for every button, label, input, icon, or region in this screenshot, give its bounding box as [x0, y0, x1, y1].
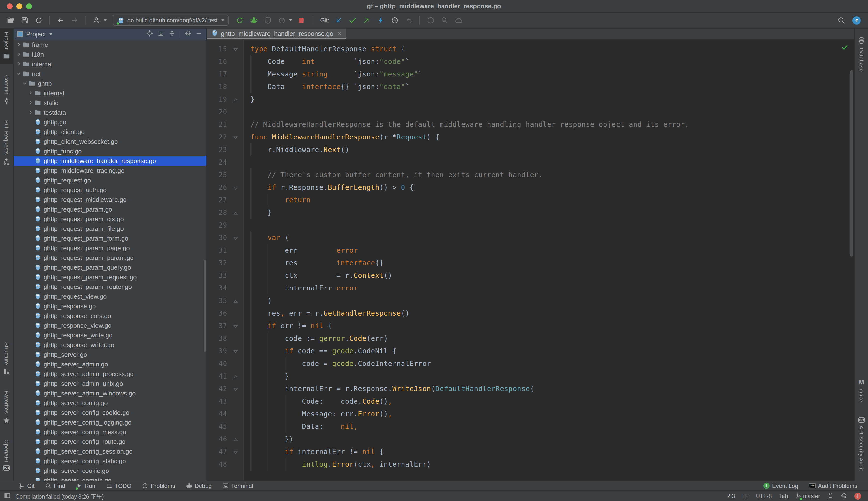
- code-line[interactable]: 29: [207, 219, 855, 231]
- fold-marker-icon[interactable]: [232, 445, 239, 458]
- tree-item[interactable]: ghttp_server_admin.go: [13, 359, 206, 369]
- problems-toolwindow-button[interactable]: Problems: [142, 482, 175, 489]
- code-line[interactable]: 26 if r.Response.BufferLength() > 0 {: [207, 181, 855, 194]
- todo-toolwindow-button[interactable]: TODO: [106, 482, 131, 489]
- tree-item[interactable]: ghttp_response_writer.go: [13, 340, 206, 350]
- tree-item[interactable]: ghttp: [13, 78, 206, 88]
- tree-item[interactable]: ghttp.go: [13, 117, 206, 127]
- git-update-button[interactable]: [334, 15, 343, 25]
- terminal-toolwindow-button[interactable]: Terminal: [222, 482, 253, 489]
- stripe-button-favorites[interactable]: Favorites: [0, 387, 13, 429]
- tree-item[interactable]: ghttp_request.go: [13, 175, 206, 185]
- cloud-icon[interactable]: [454, 15, 463, 25]
- tree-item[interactable]: ghttp_server_config_route.go: [13, 437, 206, 446]
- fold-marker-icon[interactable]: [232, 319, 239, 332]
- code-line[interactable]: 42 internalErr = r.Response.WriteJson(De…: [207, 382, 855, 395]
- tree-item[interactable]: ghttp_server_config_mess.go: [13, 427, 206, 437]
- stripe-button-pull-requests[interactable]: Pull Requests: [0, 117, 13, 169]
- tree-item[interactable]: ghttp_server_admin_windows.go: [13, 388, 206, 398]
- sync-icon[interactable]: [34, 15, 44, 25]
- structural-search-icon[interactable]: [440, 15, 450, 25]
- fold-marker-icon[interactable]: [232, 382, 239, 395]
- code-line[interactable]: 24: [207, 156, 855, 169]
- code-line[interactable]: 44 Message: err.Error(),: [207, 407, 855, 420]
- git-commit-button[interactable]: [348, 15, 357, 25]
- tree-chevron-icon[interactable]: [28, 110, 33, 114]
- code-line[interactable]: 32 res interface{}: [207, 257, 855, 269]
- tree-item[interactable]: internal: [13, 88, 206, 98]
- collapse-all-icon[interactable]: [169, 30, 175, 38]
- run-button[interactable]: [235, 15, 244, 25]
- update-available-icon[interactable]: [853, 16, 861, 24]
- open-icon[interactable]: [6, 15, 15, 25]
- profiler-button[interactable]: [277, 15, 287, 25]
- stripe-button-commit[interactable]: Commit: [0, 72, 13, 109]
- tree-item[interactable]: i18n: [13, 49, 206, 59]
- fold-marker-icon[interactable]: [232, 433, 239, 445]
- code-line[interactable]: 21// MiddlewareHandlerResponse is the de…: [207, 118, 855, 131]
- code-line[interactable]: 47 if internalErr != nil {: [207, 445, 855, 458]
- tree-item[interactable]: net: [13, 69, 206, 78]
- tree-item[interactable]: ghttp_server_admin_process.go: [13, 369, 206, 379]
- coverage-button[interactable]: [263, 15, 273, 25]
- tree-item[interactable]: ghttp_request_param_query.go: [13, 262, 206, 272]
- tree-chevron-icon[interactable]: [16, 62, 22, 66]
- tree-chevron-icon[interactable]: [28, 91, 33, 95]
- tree-item[interactable]: ghttp_request_view.go: [13, 291, 206, 301]
- stripe-button-openapi[interactable]: OpenAPI/API: [0, 436, 13, 474]
- user-icon[interactable]: [92, 15, 101, 25]
- git-branch-widget[interactable]: master: [795, 492, 820, 500]
- code-line[interactable]: 19}: [207, 93, 855, 106]
- caret-position[interactable]: 2:3: [727, 493, 735, 499]
- fold-marker-icon[interactable]: [232, 43, 239, 55]
- code-line[interactable]: 40 code = gcode.CodeInternalError: [207, 357, 855, 370]
- select-opened-file-icon[interactable]: [146, 30, 153, 38]
- find-toolwindow-button[interactable]: Find: [45, 482, 65, 489]
- code-line[interactable]: 20: [207, 106, 855, 118]
- history-icon[interactable]: [390, 15, 400, 25]
- expand-all-icon[interactable]: [157, 30, 164, 38]
- code-line[interactable]: 48 intlog.Error(ctx, internalErr): [207, 458, 855, 470]
- code-line[interactable]: 43 Code: code.Code(),: [207, 395, 855, 407]
- tree-item[interactable]: ghttp_client.go: [13, 127, 206, 137]
- search-everywhere-icon[interactable]: [837, 15, 846, 25]
- gear-icon[interactable]: [185, 30, 191, 38]
- tree-item[interactable]: ghttp_response.go: [13, 301, 206, 311]
- tree-item[interactable]: frame: [13, 40, 206, 49]
- code-line[interactable]: 46 }): [207, 433, 855, 445]
- tree-chevron-icon[interactable]: [22, 81, 28, 85]
- tree-chevron-icon[interactable]: [28, 101, 33, 105]
- tree-item[interactable]: ghttp_request_param_form.go: [13, 233, 206, 243]
- tree-item[interactable]: testdata: [13, 107, 206, 117]
- run-config-select[interactable]: go build github.com/gogf/gf/v2/.test: [113, 15, 229, 26]
- code-line[interactable]: 22func MiddlewareHandlerResponse(r *Requ…: [207, 131, 855, 143]
- code-line[interactable]: 31 err error: [207, 244, 855, 257]
- audit-problems-button[interactable]: /API Audit Problems: [809, 482, 857, 489]
- back-icon[interactable]: [56, 15, 65, 25]
- tree-item[interactable]: ghttp_server_domain.go: [13, 475, 206, 481]
- code-line[interactable]: 25 // There's custom buffer content, it …: [207, 169, 855, 181]
- fold-marker-icon[interactable]: [232, 370, 239, 382]
- tree-item[interactable]: ghttp_response_cors.go: [13, 311, 206, 320]
- code-line[interactable]: 28 }: [207, 206, 855, 219]
- save-icon[interactable]: [20, 15, 30, 25]
- forward-icon[interactable]: [70, 15, 80, 25]
- stripe-button-structure[interactable]: Structure: [0, 339, 13, 380]
- tree-item[interactable]: ghttp_server_config_logging.go: [13, 417, 206, 427]
- run-toolwindow-button[interactable]: Run: [76, 482, 95, 489]
- git-rollback-icon[interactable]: [376, 15, 386, 25]
- code-line[interactable]: 34 internalErr error: [207, 282, 855, 294]
- code-line[interactable]: 18 Data interface{} `json:"data"`: [207, 81, 855, 93]
- fold-marker-icon[interactable]: [232, 231, 239, 244]
- toolwindow-toggle-icon[interactable]: [4, 492, 11, 500]
- tree-item[interactable]: ghttp_server_cookie.go: [13, 466, 206, 475]
- tree-item[interactable]: ghttp_response_write.go: [13, 330, 206, 340]
- line-ending[interactable]: LF: [742, 493, 749, 499]
- tree-item[interactable]: ghttp_server.go: [13, 350, 206, 359]
- tree-item[interactable]: ghttp_middleware_handler_response.go: [13, 156, 206, 166]
- tree-item[interactable]: ghttp_request_param_page.go: [13, 243, 206, 253]
- editor-scrollbar[interactable]: [850, 70, 854, 257]
- tree-item[interactable]: ghttp_request_param_request.go: [13, 272, 206, 282]
- tree-item[interactable]: internal: [13, 59, 206, 69]
- chevron-down-icon[interactable]: [50, 33, 53, 35]
